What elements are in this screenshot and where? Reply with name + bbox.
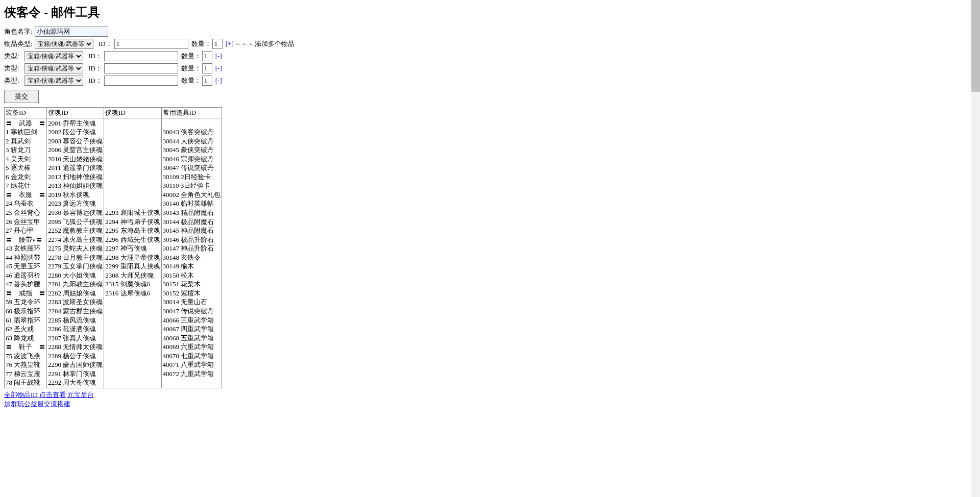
submit-button[interactable]: 提交 [4, 90, 39, 103]
qty-label: 数量： [181, 76, 201, 85]
col-header-1: 侠魂ID [47, 108, 104, 118]
col-header-0: 装备ID [5, 108, 47, 118]
cell-line: 2286 范潇洒侠魂 [48, 325, 103, 334]
group-link[interactable]: 加群玩公益服交流搭建 [4, 400, 70, 408]
add-hint: ←←←添加多个物品 [235, 39, 295, 48]
qty-label: 数量： [191, 39, 211, 48]
qty-input[interactable] [202, 63, 212, 73]
cell-line: 30047 传说突破丹 [163, 163, 221, 172]
qty-label: 数量： [181, 52, 201, 61]
cell-line: 27 丹心甲 [6, 226, 45, 235]
cell-line: 62 圣火戒 [6, 325, 45, 334]
cell-line: 〓 戒指 〓 [6, 289, 45, 298]
scrollbar-thumb[interactable] [971, 0, 980, 92]
cell-line [163, 378, 221, 387]
cell-line: 2010 天山姥姥侠魂 [48, 155, 103, 164]
id-table: 装备ID侠魂ID侠魂ID常用道具ID 〓 武器 〓1 寒铁巨剑2 真武剑3 斩龙… [4, 107, 222, 388]
cell-line: 2023 萧远方侠魂 [48, 199, 103, 208]
cell-line [105, 172, 160, 182]
cell-line: 2095 飞狐公子侠魂 [48, 217, 103, 227]
col-cell-1: 2001 乔帮主侠魂2002 段公子侠魂2003 慕容公子侠魂2006 灵鹫宫主… [47, 118, 104, 388]
cell-line [105, 378, 160, 387]
id-input[interactable] [104, 51, 178, 61]
cell-line: 30110 3日经验卡 [163, 181, 221, 190]
add-item-link[interactable]: [+] [226, 40, 234, 48]
cell-line: 30014 无量山石 [163, 297, 221, 307]
cell-line: 2308 大师兄侠魂 [105, 271, 160, 280]
item-row-0: 物品类型:宝箱/侠魂/武器等ID：数量：[+]←←←添加多个物品 [4, 39, 976, 49]
cell-line: 2293 襄阳城主侠魂 [105, 208, 160, 217]
cell-line: 46 逍遥羽衿 [6, 271, 45, 280]
cell-line: 2292 周大哥侠魂 [48, 378, 103, 387]
cell-line: 26 金丝宝甲 [6, 217, 45, 227]
cell-line: 2287 张真人侠魂 [48, 334, 103, 343]
cell-line: 30145 神品附魔石 [163, 226, 221, 235]
type-select[interactable]: 宝箱/侠魂/武器等 [24, 76, 83, 86]
type-label: 类型: [4, 76, 24, 85]
all-items-link[interactable]: 全部物品ID 点击查看 [4, 391, 66, 399]
type-select[interactable]: 宝箱/侠魂/武器等 [24, 63, 83, 73]
cell-line: 30149 榆木 [163, 262, 221, 271]
remove-item-link[interactable]: [-] [215, 64, 222, 72]
cell-line [105, 190, 160, 200]
cell-line: 2288 无情师太侠魂 [48, 342, 103, 352]
cell-line: 2282 周姑娘侠魂 [48, 289, 103, 298]
cell-line: 2011 逍遥掌门侠魂 [48, 163, 103, 172]
cell-line: 2001 乔帮主侠魂 [48, 119, 103, 128]
id-input[interactable] [104, 63, 178, 73]
cell-line: 2002 段公子侠魂 [48, 128, 103, 137]
id-label: ID： [88, 64, 102, 73]
cell-line: 3 斩龙刀 [6, 145, 45, 155]
qty-label: 数量： [181, 64, 201, 73]
cell-line: 2030 慕容博远侠魂 [48, 208, 103, 217]
type-select[interactable]: 宝箱/侠魂/武器等 [35, 39, 93, 49]
cell-line [105, 334, 160, 343]
id-label: ID： [88, 52, 102, 61]
remove-item-link[interactable]: [-] [215, 52, 222, 60]
cell-line: 30140 临时英雄帖 [163, 199, 221, 208]
cell-line: 2252 魔教教主侠魂 [48, 226, 103, 235]
cell-line: 2275 灵蛇夫人侠魂 [48, 244, 103, 253]
role-row: 角色名字: [4, 27, 976, 37]
type-label: 类型: [4, 64, 24, 73]
type-select[interactable]: 宝箱/侠魂/武器等 [24, 51, 83, 61]
cell-line: 5 逐犬棒 [6, 163, 45, 172]
qty-input[interactable] [202, 51, 212, 61]
qty-input[interactable] [212, 39, 223, 49]
cell-line: 24 乌蚕衣 [6, 199, 45, 208]
col-cell-2: 2293 襄阳城主侠魂2294 神丐弟子侠魂2295 东海岛主侠魂2296 西域… [104, 118, 161, 388]
qty-input[interactable] [202, 76, 212, 86]
cell-line: 2003 慕容公子侠魂 [48, 137, 103, 146]
cell-line: 63 降龙戒 [6, 334, 45, 343]
item-row-3: 类型:宝箱/侠魂/武器等ID：数量：[-] [4, 76, 976, 86]
cell-line: 〓 衣服 〓 [6, 190, 45, 200]
cell-line [105, 316, 160, 325]
cell-line: 40002 全角色大礼包 [163, 190, 221, 200]
role-input[interactable] [35, 27, 108, 37]
yuanbao-link[interactable]: 元宝后台 [67, 391, 94, 399]
cell-line: 44 神照绸带 [6, 253, 45, 262]
id-input[interactable] [114, 39, 188, 49]
cell-line: 25 金丝背心 [6, 208, 45, 217]
cell-line: 78 闯王战靴 [6, 378, 45, 387]
remove-item-link[interactable]: [-] [215, 77, 222, 85]
cell-line: 40066 三重武学箱 [163, 316, 221, 325]
cell-line: 30150 松木 [163, 271, 221, 280]
cell-line [105, 360, 160, 369]
cell-line: 47 兽头护腰 [6, 280, 45, 289]
page-title: 侠客令 - 邮件工具 [4, 4, 976, 20]
cell-line: 2299 重阳真人侠魂 [105, 262, 160, 271]
cell-line [105, 199, 160, 208]
cell-line: 30146 极品升阶石 [163, 235, 221, 244]
id-input[interactable] [104, 76, 178, 86]
cell-line: 30147 神品升阶石 [163, 244, 221, 253]
cell-line [105, 352, 160, 361]
item-row-1: 类型:宝箱/侠魂/武器等ID：数量：[-] [4, 51, 976, 61]
col-header-3: 常用道具ID [161, 108, 222, 118]
cell-line: 40071 八重武学箱 [163, 360, 221, 369]
cell-line: 7 绣花针 [6, 181, 45, 190]
scrollbar[interactable] [971, 0, 980, 413]
cell-line: 1 寒铁巨剑 [6, 128, 45, 137]
cell-line: 2280 大小姐侠魂 [48, 271, 103, 280]
cell-line: 2315 剑魔侠魂6 [105, 280, 160, 289]
